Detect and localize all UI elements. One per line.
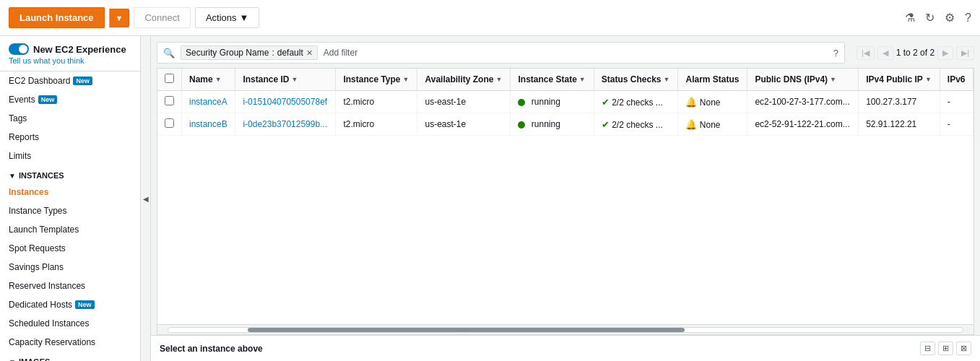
add-filter-button[interactable]: Add filter [324, 48, 357, 58]
sidebar-subtitle[interactable]: Tell us what you think [9, 56, 131, 65]
sidebar-item-instance-types[interactable]: Instance Types [0, 201, 140, 220]
toggle-switch[interactable] [9, 43, 29, 55]
scrollbar-dots: ··· [461, 327, 471, 333]
status-check-icon: ✔ [602, 119, 610, 130]
sidebar-item-capacity-reservations[interactable]: Capacity Reservations [0, 333, 140, 352]
cell-public-dns-1: ec2-52-91-122-21.com... [747, 113, 859, 136]
panel-layout-split-horizontal[interactable]: ⊟ [920, 342, 935, 355]
sidebar-item-reserved-instances[interactable]: Reserved Instances [0, 277, 140, 295]
sidebar-item-dedicated-hosts[interactable]: Dedicated Hosts New [0, 295, 140, 314]
scrollbar-track[interactable]: ··· [168, 327, 963, 333]
col-instance-id[interactable]: Instance ID▼ [235, 69, 336, 91]
cell-name-0: instanceA [182, 91, 235, 113]
row-checkbox-cell [157, 113, 182, 136]
launch-instance-button[interactable]: Launch Instance [9, 7, 105, 28]
search-icon: 🔍 [163, 48, 175, 58]
actions-button[interactable]: Actions ▼ [195, 7, 260, 28]
filter-tag: Security Group Name : default ✕ [181, 45, 318, 60]
filter-tag-remove[interactable]: ✕ [306, 48, 313, 58]
filter-key: Security Group Name [186, 48, 269, 58]
col-public-dns[interactable]: Public DNS (IPv4)▼ [747, 69, 859, 91]
connect-button: Connect [134, 7, 190, 28]
prev-page-button[interactable]: ◀ [877, 46, 893, 60]
instances-section-arrow: ▼ [9, 172, 16, 180]
col-instance-type[interactable]: Instance Type▼ [336, 69, 417, 91]
search-help-icon[interactable]: ? [833, 48, 838, 58]
col-availability-zone[interactable]: Availability Zone▼ [417, 69, 511, 91]
toolbar: Launch Instance ▼ Connect Actions ▼ ⚗ ↻ … [0, 0, 980, 36]
page-info: 1 to 2 of 2 [896, 48, 935, 58]
cell-public-dns-0: ec2-100-27-3-177.com... [747, 91, 859, 113]
sidebar-item-savings-plans[interactable]: Savings Plans [0, 258, 140, 277]
instances-section-header[interactable]: ▼ INSTANCES [0, 165, 140, 183]
settings-icon[interactable]: ⚙ [945, 11, 955, 25]
alarm-icon: 🔔 [685, 119, 697, 130]
new-experience-toggle[interactable]: New EC2 Experience [9, 43, 131, 55]
cell-instance-state-0: running [511, 91, 594, 113]
sidebar-item-tags[interactable]: Tags [0, 109, 140, 128]
next-page-button[interactable]: ▶ [937, 46, 953, 60]
flask-icon[interactable]: ⚗ [905, 11, 915, 25]
cell-availability-zone-0: us-east-1e [417, 91, 511, 113]
select-all-column [157, 69, 182, 91]
search-pagination-row: 🔍 Security Group Name : default ✕ Add fi… [157, 42, 974, 64]
sidebar-item-ec2-dashboard[interactable]: EC2 Dashboard New [0, 71, 140, 90]
cell-status-checks-0: ✔ 2/2 checks ... [594, 91, 678, 113]
panel-layout-split-vertical[interactable]: ⊞ [938, 342, 953, 355]
images-section-header[interactable]: ▼ IMAGES [0, 352, 140, 361]
sidebar-item-spot-requests[interactable]: Spot Requests [0, 239, 140, 258]
cell-alarm-status-0: 🔔 None [678, 91, 747, 113]
sidebar-item-limits[interactable]: Limits [0, 147, 140, 165]
sidebar-header: New EC2 Experience Tell us what you thin… [0, 36, 140, 71]
col-status-checks[interactable]: Status Checks▼ [594, 69, 678, 91]
col-ipv4-public-ip[interactable]: IPv4 Public IP▼ [859, 69, 940, 91]
sidebar-item-scheduled-instances[interactable]: Scheduled Instances [0, 314, 140, 333]
first-page-button[interactable]: |◀ [857, 46, 875, 60]
panel-layout-full[interactable]: ⊠ [956, 342, 971, 355]
sidebar-item-events[interactable]: Events New [0, 90, 140, 109]
select-all-checkbox[interactable] [165, 74, 174, 83]
instances-table-container: Name▼ Instance ID▼ Instance Type▼ Availa… [157, 68, 974, 335]
cell-instance-type-0: t2.micro [336, 91, 417, 113]
status-running-dot [518, 121, 525, 129]
col-name[interactable]: Name▼ [182, 69, 235, 91]
actions-chevron-icon: ▼ [240, 12, 249, 23]
col-ipv6[interactable]: IPv6 [940, 69, 973, 91]
scrollbar-thumb[interactable]: ··· [248, 328, 685, 332]
table-header-row: Name▼ Instance ID▼ Instance Type▼ Availa… [157, 69, 974, 91]
panel-layout-icons: ⊟ ⊞ ⊠ [920, 342, 971, 355]
sidebar-collapse-toggle[interactable]: ◀ [141, 36, 151, 361]
help-icon[interactable]: ? [965, 12, 971, 25]
col-alarm-status[interactable]: Alarm Status [678, 69, 747, 91]
sidebar-item-instances[interactable]: Instances [0, 183, 140, 201]
toggle-knob [19, 45, 27, 53]
table-scroll[interactable]: Name▼ Instance ID▼ Instance Type▼ Availa… [157, 69, 974, 324]
select-instance-hint: Select an instance above [160, 344, 263, 354]
filter-value: default [277, 48, 303, 58]
last-page-button[interactable]: ▶| [956, 46, 974, 60]
table-row[interactable]: instanceA i-015104070505078ef t2.micro u… [157, 91, 974, 113]
instances-table: Name▼ Instance ID▼ Instance Type▼ Availa… [157, 69, 974, 136]
cell-name-1: instanceB [182, 113, 235, 136]
table-row[interactable]: instanceB i-0de23b37012599b... t2.micro … [157, 113, 974, 136]
cell-ipv6-0: - [940, 91, 973, 113]
bottom-panel: Select an instance above ⊟ ⊞ ⊠ [151, 335, 980, 361]
alarm-icon: 🔔 [685, 97, 697, 108]
launch-instance-dropdown-button[interactable]: ▼ [109, 9, 130, 27]
cell-instance-type-1: t2.micro [336, 113, 417, 136]
row-checkbox-cell [157, 91, 182, 113]
search-wrapper: 🔍 Security Group Name : default ✕ Add fi… [157, 42, 845, 64]
row-checkbox-1[interactable] [165, 118, 174, 128]
sidebar-collapse-icon: ◀ [143, 195, 149, 203]
pagination-wrapper: |◀ ◀ 1 to 2 of 2 ▶ ▶| [857, 46, 974, 60]
cell-availability-zone-1: us-east-1e [417, 113, 511, 136]
row-checkbox-0[interactable] [165, 96, 174, 105]
status-check-icon: ✔ [602, 97, 610, 108]
sidebar-item-reports[interactable]: Reports [0, 128, 140, 147]
content-pane: 🔍 Security Group Name : default ✕ Add fi… [151, 36, 980, 361]
horizontal-scrollbar[interactable]: ··· [157, 324, 974, 334]
col-instance-state[interactable]: Instance State▼ [511, 69, 594, 91]
sidebar-item-launch-templates[interactable]: Launch Templates [0, 220, 140, 239]
images-section-arrow: ▼ [9, 358, 16, 362]
refresh-icon[interactable]: ↻ [925, 11, 935, 25]
